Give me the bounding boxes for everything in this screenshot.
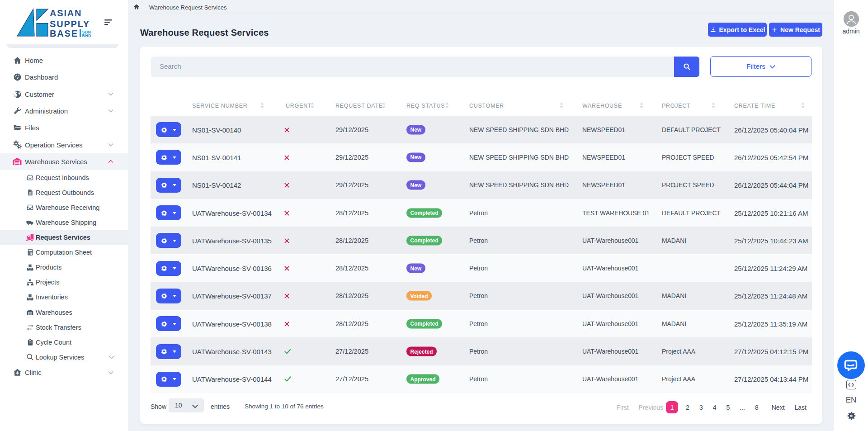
svg-text:SUPPLY: SUPPLY	[50, 19, 90, 29]
svg-text:BASE: BASE	[50, 28, 78, 38]
svg-text:BHD: BHD	[82, 33, 91, 38]
svg-text:ASIAN: ASIAN	[50, 8, 82, 18]
